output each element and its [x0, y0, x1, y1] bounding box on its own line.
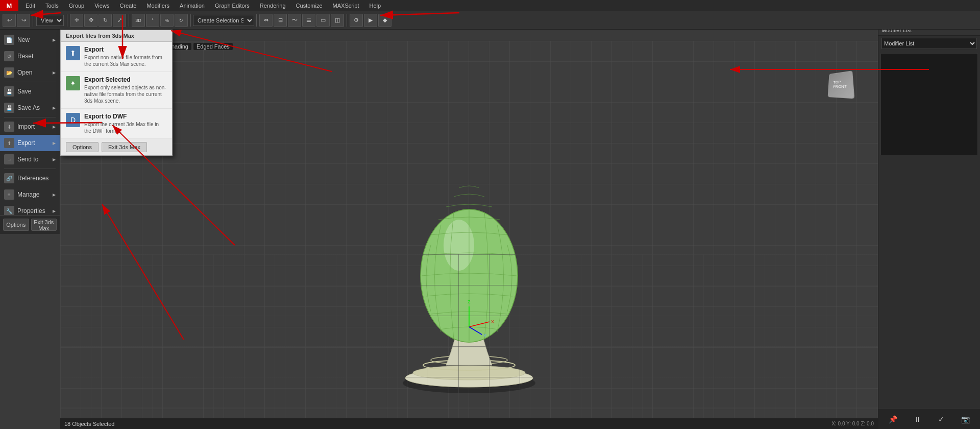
export-selected-item[interactable]: ✦ Export Selected Export only selected o… — [61, 72, 172, 109]
export-arrow: ▶ — [53, 141, 56, 146]
open-label: Open — [17, 69, 53, 76]
export-dwf-icon: D — [66, 113, 80, 127]
app-menu-saveas[interactable]: 💾 Save As ▶ — [0, 100, 60, 116]
pin-icon[interactable]: 📌 — [889, 415, 897, 423]
sendto-label: Send to — [17, 156, 53, 163]
menu-rendering[interactable]: Rendering — [255, 2, 291, 10]
exit-btn[interactable]: Exit 3ds Max — [31, 219, 57, 231]
pause-icon[interactable]: ⏸ — [914, 415, 921, 423]
render-btn[interactable]: ▶ — [364, 14, 377, 27]
export-selected-desc: Export only selected objects as non-nati… — [84, 84, 167, 104]
new-arrow: ▶ — [53, 38, 56, 42]
view-select[interactable]: View — [36, 15, 64, 26]
graph-btn[interactable]: ◫ — [331, 14, 344, 27]
open-arrow: ▶ — [53, 70, 56, 75]
viewport-3d[interactable]: [+] Perspective Standard Default Shading… — [60, 41, 878, 429]
export-options-btn[interactable]: Options — [66, 142, 99, 152]
export-label: Export — [17, 139, 53, 147]
open-icon: 📂 — [4, 67, 14, 78]
menu-modifiers[interactable]: Modifiers — [141, 2, 175, 10]
selection-set-dropdown[interactable]: Create Selection Se — [193, 15, 254, 26]
app-menu-open[interactable]: 📂 Open ▶ — [0, 64, 60, 81]
export-dwf-item[interactable]: D Export to DWF Export the current 3ds M… — [61, 109, 172, 139]
viewport-edged-faces[interactable]: Edged Faces — [193, 43, 233, 50]
select-btn[interactable]: ✛ — [70, 14, 83, 27]
saveas-icon: 💾 — [4, 103, 14, 113]
properties-icon: 🔧 — [4, 206, 14, 216]
app-menu-export[interactable]: ⬆ Export ▶ — [0, 135, 60, 151]
menu-tools[interactable]: Tools — [40, 2, 64, 10]
menu-edit[interactable]: Edit — [20, 2, 40, 10]
export-submenu: Export files from 3ds Max ⬆ Export Expor… — [60, 30, 173, 156]
import-icon: ⬇ — [4, 122, 14, 132]
options-btn[interactable]: Options — [3, 219, 29, 231]
app-menu-button[interactable]: M — [0, 0, 18, 11]
modifier-dropdown[interactable]: Modifier List — [881, 38, 977, 49]
snap-spin-btn[interactable]: ↻ — [175, 14, 188, 27]
export-selected-name: Export Selected — [84, 76, 167, 83]
menu-create[interactable]: Create — [114, 2, 141, 10]
menu-graph-editors[interactable]: Graph Editors — [210, 2, 255, 10]
modifier-dropdown-area[interactable]: Modifier List — [878, 36, 980, 51]
app-menu-save[interactable]: 💾 Save — [0, 83, 60, 100]
export-dwf-desc: Export the current 3ds Max file in the D… — [84, 121, 167, 134]
rotate-btn[interactable]: ↻ — [99, 14, 112, 27]
layer-btn[interactable]: ☰ — [302, 14, 315, 27]
export-item-icon: ⬆ — [66, 46, 80, 60]
scale-btn[interactable]: ⤢ — [113, 14, 126, 27]
saveas-label: Save As — [17, 104, 53, 111]
menu-animation[interactable]: Animation — [175, 2, 210, 10]
menu-help[interactable]: Help — [364, 2, 386, 10]
undo-btn[interactable]: ↩ — [3, 14, 16, 27]
app-menu-reset[interactable]: ↺ Reset — [0, 48, 60, 64]
export-selected-icon: ✦ — [66, 76, 80, 90]
redo-btn[interactable]: ↪ — [17, 14, 30, 27]
manage-arrow: ▶ — [53, 193, 56, 197]
ground-plane — [60, 254, 878, 429]
material-btn[interactable]: ◆ — [378, 14, 391, 27]
export-item-export[interactable]: ⬆ Export Export non-native file formats … — [61, 42, 172, 72]
saveas-arrow: ▶ — [53, 106, 56, 110]
ribbon-btn[interactable]: ▭ — [316, 14, 330, 27]
app-menu-manage[interactable]: ≡ Manage ▶ — [0, 186, 60, 203]
menu-views[interactable]: Views — [89, 2, 114, 10]
export-dwf-name: Export to DWF — [84, 113, 167, 120]
new-icon: 📄 — [4, 35, 14, 45]
menu-maxscript[interactable]: MAXScript — [328, 2, 364, 10]
export-item-name: Export — [84, 46, 167, 53]
status-bar: 18 Objects Selected X: 0.0 Y: 0.0 Z: 0.0 — [60, 418, 878, 429]
app-menu-left: 📄 New ▶ ↺ Reset 📂 Open ▶ 💾 Save 💾 Save A… — [0, 30, 60, 234]
check-icon[interactable]: ✓ — [938, 415, 944, 423]
status-objects-selected: 18 Objects Selected — [64, 421, 114, 427]
app-menu-sendto[interactable]: → Send to ▶ — [0, 151, 60, 168]
top-menubar: M Edit Tools Group Views Create Modifier… — [0, 0, 980, 11]
app-menu-new[interactable]: 📄 New ▶ — [0, 32, 60, 48]
curve-btn[interactable]: 〜 — [288, 14, 301, 27]
sendto-arrow: ▶ — [53, 157, 56, 162]
properties-arrow: ▶ — [53, 209, 56, 213]
nav-cube[interactable]: TOPFRONT — [827, 72, 857, 102]
new-label: New — [17, 36, 53, 43]
references-icon: 🔗 — [4, 173, 14, 183]
snap-3d-btn[interactable]: 3D — [132, 14, 145, 27]
reset-icon: ↺ — [4, 51, 14, 61]
camera-icon[interactable]: 📷 — [961, 415, 970, 423]
right-panel-bottom: 📌 ⏸ ✓ 📷 — [878, 409, 980, 429]
render-setup-btn[interactable]: ⚙ — [350, 14, 363, 27]
export-exit-btn[interactable]: Exit 3ds Max — [102, 142, 147, 152]
menu-customize[interactable]: Customize — [291, 2, 328, 10]
mirror-btn[interactable]: ⇔ — [259, 14, 273, 27]
app-menu-references[interactable]: 🔗 References — [0, 170, 60, 186]
export-item-desc: Export non-native file formats from the … — [84, 54, 167, 67]
menu-group[interactable]: Group — [64, 2, 90, 10]
main-toolbar: ↩ ↪ View ✛ ✥ ↻ ⤢ 3D ° % ↻ Create Selecti… — [0, 11, 980, 30]
reset-label: Reset — [17, 53, 56, 60]
manage-label: Manage — [17, 191, 53, 198]
snap-pct-btn[interactable]: % — [160, 14, 174, 27]
snap-angle-btn[interactable]: ° — [146, 14, 159, 27]
modifier-stack — [880, 53, 978, 155]
align-btn[interactable]: ⊟ — [274, 14, 287, 27]
save-label: Save — [17, 88, 56, 95]
app-menu-import[interactable]: ⬇ Import ▶ — [0, 118, 60, 135]
move-btn[interactable]: ✥ — [84, 14, 97, 27]
